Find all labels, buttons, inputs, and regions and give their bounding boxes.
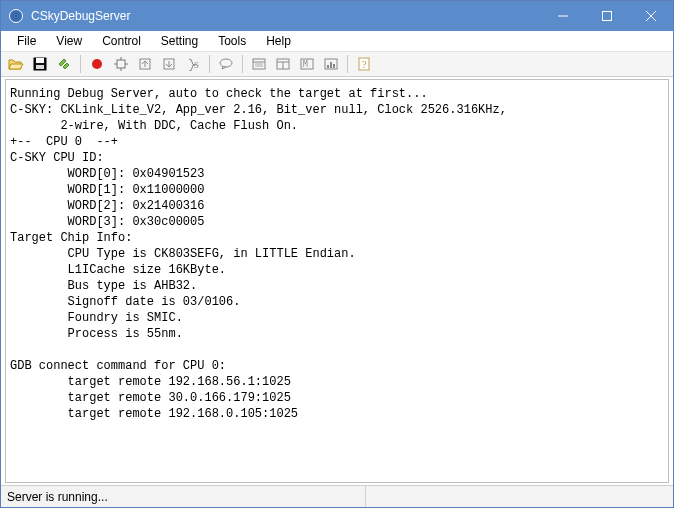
menu-file[interactable]: File: [7, 32, 46, 50]
window1-button[interactable]: [248, 54, 270, 74]
app-icon: [9, 9, 23, 23]
statusbar: Server is running...: [1, 485, 673, 507]
separator: [242, 55, 243, 73]
menu-tools[interactable]: Tools: [208, 32, 256, 50]
separator: [347, 55, 348, 73]
open-button[interactable]: [5, 54, 27, 74]
help-button[interactable]: ?: [353, 54, 375, 74]
upload-button[interactable]: [134, 54, 156, 74]
svg-rect-28: [330, 62, 332, 68]
script-icon: S: [186, 57, 200, 71]
menu-setting[interactable]: Setting: [151, 32, 208, 50]
window-title: CSkyDebugServer: [31, 9, 541, 23]
svg-point-16: [220, 59, 232, 67]
download-button[interactable]: [158, 54, 180, 74]
save-icon: [33, 57, 47, 71]
status-spacer: [366, 486, 673, 507]
minimize-button[interactable]: [541, 1, 585, 31]
svg-text:S: S: [194, 60, 199, 70]
record-icon: [90, 57, 104, 71]
window1-icon: [252, 57, 266, 71]
open-icon: [8, 57, 24, 71]
titlebar: CSkyDebugServer: [1, 1, 673, 31]
minimize-icon: [558, 11, 568, 21]
record-button[interactable]: [86, 54, 108, 74]
svg-point-7: [92, 59, 102, 69]
maximize-icon: [602, 11, 612, 21]
memory-button[interactable]: M: [296, 54, 318, 74]
menu-help[interactable]: Help: [256, 32, 301, 50]
menu-view[interactable]: View: [46, 32, 92, 50]
upload-icon: [138, 57, 152, 71]
svg-rect-1: [603, 12, 612, 21]
help-icon: ?: [357, 57, 371, 71]
menubar: File View Control Setting Tools Help: [1, 31, 673, 51]
maximize-button[interactable]: [585, 1, 629, 31]
histogram-icon: [324, 57, 338, 71]
svg-text:M: M: [303, 60, 308, 69]
memory-icon: M: [300, 57, 314, 71]
svg-rect-5: [36, 58, 44, 63]
close-icon: [646, 11, 656, 21]
svg-rect-6: [36, 65, 44, 69]
menu-control[interactable]: Control: [92, 32, 151, 50]
window2-button[interactable]: [272, 54, 294, 74]
window2-icon: [276, 57, 290, 71]
close-button[interactable]: [629, 1, 673, 31]
svg-rect-29: [333, 64, 335, 68]
separator: [209, 55, 210, 73]
chat-icon: [219, 57, 233, 71]
script-button[interactable]: S: [182, 54, 204, 74]
chip-icon: [114, 57, 128, 71]
connect-icon: [57, 57, 71, 71]
separator: [80, 55, 81, 73]
svg-rect-27: [327, 65, 329, 68]
connect-button[interactable]: [53, 54, 75, 74]
toolbar: S M ?: [1, 51, 673, 77]
download-icon: [162, 57, 176, 71]
chat-button[interactable]: [215, 54, 237, 74]
svg-rect-8: [117, 60, 125, 68]
console-output[interactable]: Running Debug Server, auto to check the …: [5, 79, 669, 483]
chip-button[interactable]: [110, 54, 132, 74]
svg-text:?: ?: [362, 59, 367, 70]
status-text: Server is running...: [1, 486, 366, 507]
histogram-button[interactable]: [320, 54, 342, 74]
save-button[interactable]: [29, 54, 51, 74]
